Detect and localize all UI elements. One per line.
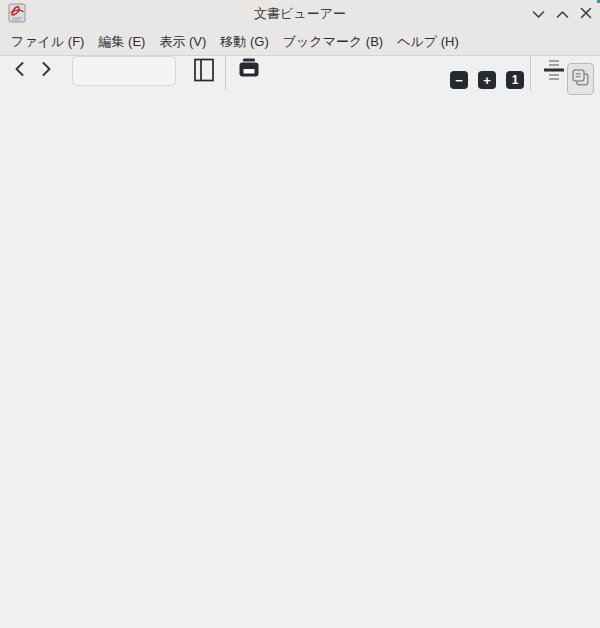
menu-file[interactable]: ファイル (F) bbox=[4, 29, 91, 55]
toolbar: − + 1 bbox=[0, 56, 600, 104]
toolbar-separator bbox=[225, 56, 226, 90]
menu-view[interactable]: 表示 (V) bbox=[152, 29, 213, 55]
document-view-area bbox=[0, 104, 600, 628]
zoom-reset-button[interactable]: 1 bbox=[506, 71, 524, 89]
plus-icon: + bbox=[483, 74, 491, 87]
document-viewer-window: 文書ビューアー ファイル (F) 編集 (E) 表示 (V) bbox=[0, 0, 600, 628]
printer-icon bbox=[239, 58, 259, 80]
multipage-icon bbox=[572, 69, 589, 89]
menubar: ファイル (F) 編集 (E) 表示 (V) 移動 (G) ブックマーク (B)… bbox=[0, 28, 600, 56]
page-entry bbox=[72, 56, 176, 86]
menu-go[interactable]: 移動 (G) bbox=[213, 29, 275, 55]
window-title: 文書ビューアー bbox=[0, 0, 600, 28]
back-button[interactable] bbox=[5, 56, 33, 84]
zoom-level-label: 1 bbox=[512, 74, 519, 86]
chevron-right-icon bbox=[40, 61, 53, 80]
titlebar: 文書ビューアー bbox=[0, 0, 600, 28]
toolbar-separator bbox=[530, 56, 531, 90]
menu-bookmarks[interactable]: ブックマーク (B) bbox=[276, 29, 390, 55]
multipage-view-button[interactable] bbox=[567, 63, 594, 95]
maximize-button[interactable] bbox=[550, 2, 574, 26]
forward-button[interactable] bbox=[32, 56, 60, 84]
print-button[interactable] bbox=[235, 56, 263, 82]
chevron-up-icon bbox=[556, 7, 569, 22]
sidebar-icon bbox=[194, 58, 214, 85]
menu-help[interactable]: ヘルプ (H) bbox=[390, 29, 466, 55]
page-number-input[interactable] bbox=[73, 57, 124, 85]
close-button[interactable] bbox=[574, 2, 598, 26]
continuous-view-button[interactable] bbox=[541, 56, 567, 86]
chevron-left-icon bbox=[13, 61, 26, 80]
window-controls bbox=[526, 0, 598, 28]
chevron-down-icon bbox=[532, 7, 545, 22]
zoom-out-button[interactable]: − bbox=[450, 71, 468, 89]
zoom-in-button[interactable]: + bbox=[478, 71, 496, 89]
minus-icon: − bbox=[455, 74, 463, 87]
sidebar-toggle-button[interactable] bbox=[190, 56, 218, 86]
page-total-input[interactable] bbox=[124, 57, 175, 85]
app-document-icon bbox=[8, 3, 26, 23]
close-icon bbox=[580, 7, 592, 22]
continuous-lines-icon bbox=[544, 58, 564, 85]
minimize-button[interactable] bbox=[526, 2, 550, 26]
menu-edit[interactable]: 編集 (E) bbox=[91, 29, 152, 55]
